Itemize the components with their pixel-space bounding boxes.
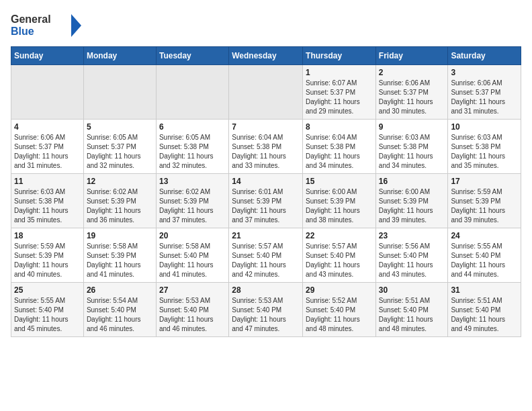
day-number: 18 [14, 231, 81, 240]
calendar-cell [83, 65, 156, 120]
weekday-header-monday: Monday [83, 47, 156, 65]
day-detail: Sunrise: 6:03 AM Sunset: 5:38 PM Dayligh… [451, 133, 518, 171]
day-number: 4 [14, 122, 81, 132]
day-number: 6 [159, 122, 226, 132]
calendar-cell: 5Sunrise: 6:05 AM Sunset: 5:37 PM Daylig… [83, 120, 156, 174]
weekday-header-saturday: Saturday [448, 47, 521, 65]
day-number: 8 [306, 122, 373, 132]
day-detail: Sunrise: 5:51 AM Sunset: 5:40 PM Dayligh… [379, 296, 445, 334]
day-detail: Sunrise: 6:06 AM Sunset: 5:37 PM Dayligh… [451, 79, 518, 116]
calendar-cell: 30Sunrise: 5:51 AM Sunset: 5:40 PM Dayli… [375, 283, 448, 337]
weekday-header-tuesday: Tuesday [156, 47, 228, 65]
day-number: 5 [87, 122, 153, 132]
weekday-header-friday: Friday [375, 47, 448, 65]
day-number: 12 [87, 177, 153, 186]
day-number: 7 [232, 122, 300, 132]
calendar-cell: 1Sunrise: 6:07 AM Sunset: 5:37 PM Daylig… [303, 65, 376, 120]
day-detail: Sunrise: 5:57 AM Sunset: 5:40 PM Dayligh… [232, 242, 300, 279]
calendar-cell: 25Sunrise: 5:55 AM Sunset: 5:40 PM Dayli… [11, 283, 84, 337]
calendar-cell: 7Sunrise: 6:04 AM Sunset: 5:38 PM Daylig… [229, 120, 303, 174]
calendar-cell: 3Sunrise: 6:06 AM Sunset: 5:37 PM Daylig… [448, 65, 521, 120]
weekday-header-wednesday: Wednesday [229, 47, 303, 65]
calendar-cell: 28Sunrise: 5:53 AM Sunset: 5:40 PM Dayli… [229, 283, 303, 337]
day-detail: Sunrise: 6:05 AM Sunset: 5:37 PM Dayligh… [87, 133, 153, 171]
day-detail: Sunrise: 5:53 AM Sunset: 5:40 PM Dayligh… [232, 296, 300, 334]
day-number: 13 [159, 177, 226, 186]
day-detail: Sunrise: 6:07 AM Sunset: 5:37 PM Dayligh… [306, 79, 373, 116]
day-number: 26 [87, 285, 153, 295]
calendar-cell: 6Sunrise: 6:05 AM Sunset: 5:38 PM Daylig… [156, 120, 228, 174]
day-detail: Sunrise: 6:03 AM Sunset: 5:38 PM Dayligh… [379, 133, 445, 171]
day-number: 11 [14, 177, 81, 186]
day-detail: Sunrise: 5:58 AM Sunset: 5:40 PM Dayligh… [159, 242, 226, 279]
day-detail: Sunrise: 5:51 AM Sunset: 5:40 PM Dayligh… [451, 296, 518, 334]
calendar-header: SundayMondayTuesdayWednesdayThursdayFrid… [11, 47, 521, 65]
day-number: 9 [379, 122, 445, 132]
day-detail: Sunrise: 6:00 AM Sunset: 5:39 PM Dayligh… [306, 187, 373, 225]
day-number: 21 [232, 231, 300, 240]
calendar-cell: 12Sunrise: 6:02 AM Sunset: 5:39 PM Dayli… [83, 174, 156, 228]
day-detail: Sunrise: 6:06 AM Sunset: 5:37 PM Dayligh… [14, 133, 81, 171]
calendar-cell: 14Sunrise: 6:01 AM Sunset: 5:39 PM Dayli… [229, 174, 303, 228]
svg-text:General: General [11, 13, 51, 25]
day-detail: Sunrise: 6:01 AM Sunset: 5:39 PM Dayligh… [232, 187, 300, 225]
day-detail: Sunrise: 5:55 AM Sunset: 5:40 PM Dayligh… [451, 242, 518, 279]
day-detail: Sunrise: 5:56 AM Sunset: 5:40 PM Dayligh… [379, 242, 445, 279]
calendar-cell: 2Sunrise: 6:06 AM Sunset: 5:37 PM Daylig… [375, 65, 448, 120]
calendar-body: 1Sunrise: 6:07 AM Sunset: 5:37 PM Daylig… [11, 65, 521, 337]
day-number: 20 [159, 231, 226, 240]
day-number: 16 [379, 177, 445, 186]
day-number: 25 [14, 285, 81, 295]
day-detail: Sunrise: 6:04 AM Sunset: 5:38 PM Dayligh… [232, 133, 300, 171]
calendar-cell: 9Sunrise: 6:03 AM Sunset: 5:38 PM Daylig… [375, 120, 448, 174]
day-number: 3 [451, 68, 518, 77]
day-number: 1 [306, 68, 373, 77]
calendar-cell: 8Sunrise: 6:04 AM Sunset: 5:38 PM Daylig… [303, 120, 376, 174]
page-header: GeneralBlue [11, 11, 521, 41]
calendar-cell: 15Sunrise: 6:00 AM Sunset: 5:39 PM Dayli… [303, 174, 376, 228]
calendar-cell: 27Sunrise: 5:53 AM Sunset: 5:40 PM Dayli… [156, 283, 228, 337]
day-number: 14 [232, 177, 300, 186]
day-number: 24 [451, 231, 518, 240]
day-detail: Sunrise: 6:02 AM Sunset: 5:39 PM Dayligh… [87, 187, 153, 225]
day-number: 10 [451, 122, 518, 132]
calendar-cell: 29Sunrise: 5:52 AM Sunset: 5:40 PM Dayli… [303, 283, 376, 337]
calendar-cell: 13Sunrise: 6:02 AM Sunset: 5:39 PM Dayli… [156, 174, 228, 228]
calendar-cell [156, 65, 228, 120]
calendar-cell: 20Sunrise: 5:58 AM Sunset: 5:40 PM Dayli… [156, 228, 228, 283]
calendar-cell: 19Sunrise: 5:58 AM Sunset: 5:39 PM Dayli… [83, 228, 156, 283]
day-number: 28 [232, 285, 300, 295]
day-detail: Sunrise: 5:53 AM Sunset: 5:40 PM Dayligh… [159, 296, 226, 334]
svg-marker-2 [71, 14, 81, 37]
day-number: 17 [451, 177, 518, 186]
day-detail: Sunrise: 6:06 AM Sunset: 5:37 PM Dayligh… [379, 79, 445, 116]
calendar-table: SundayMondayTuesdayWednesdayThursdayFrid… [11, 46, 521, 337]
calendar-week-row: 18Sunrise: 5:59 AM Sunset: 5:39 PM Dayli… [11, 228, 521, 283]
day-number: 22 [306, 231, 373, 240]
weekday-header-row: SundayMondayTuesdayWednesdayThursdayFrid… [11, 47, 521, 65]
generalblue-logo-icon: GeneralBlue [11, 11, 85, 41]
logo: GeneralBlue [11, 11, 85, 41]
day-detail: Sunrise: 6:05 AM Sunset: 5:38 PM Dayligh… [159, 133, 226, 171]
day-detail: Sunrise: 5:59 AM Sunset: 5:39 PM Dayligh… [14, 242, 81, 279]
calendar-cell [229, 65, 303, 120]
day-number: 27 [159, 285, 226, 295]
calendar-cell: 26Sunrise: 5:54 AM Sunset: 5:40 PM Dayli… [83, 283, 156, 337]
day-number: 31 [451, 285, 518, 295]
calendar-cell: 31Sunrise: 5:51 AM Sunset: 5:40 PM Dayli… [448, 283, 521, 337]
calendar-week-row: 4Sunrise: 6:06 AM Sunset: 5:37 PM Daylig… [11, 120, 521, 174]
calendar-cell: 23Sunrise: 5:56 AM Sunset: 5:40 PM Dayli… [375, 228, 448, 283]
day-number: 19 [87, 231, 153, 240]
calendar-week-row: 25Sunrise: 5:55 AM Sunset: 5:40 PM Dayli… [11, 283, 521, 337]
calendar-cell [11, 65, 84, 120]
day-detail: Sunrise: 5:52 AM Sunset: 5:40 PM Dayligh… [306, 296, 373, 334]
calendar-cell: 24Sunrise: 5:55 AM Sunset: 5:40 PM Dayli… [448, 228, 521, 283]
day-number: 23 [379, 231, 445, 240]
day-number: 15 [306, 177, 373, 186]
day-detail: Sunrise: 6:03 AM Sunset: 5:38 PM Dayligh… [14, 187, 81, 225]
day-detail: Sunrise: 6:02 AM Sunset: 5:39 PM Dayligh… [159, 187, 226, 225]
day-number: 30 [379, 285, 445, 295]
day-detail: Sunrise: 6:04 AM Sunset: 5:38 PM Dayligh… [306, 133, 373, 171]
day-number: 29 [306, 285, 373, 295]
weekday-header-thursday: Thursday [303, 47, 376, 65]
